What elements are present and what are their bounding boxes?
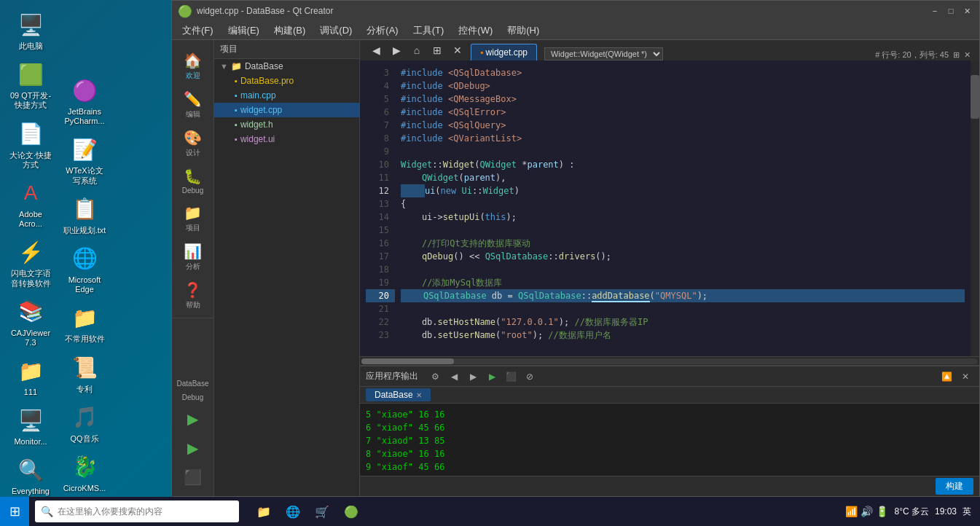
menu-analyze[interactable]: 分析(A) bbox=[359, 23, 405, 39]
output-settings-btn[interactable]: ⚙ bbox=[427, 369, 443, 385]
wtex-icon: 📝 bbox=[70, 135, 99, 164]
taskbar-app-qt[interactable]: 🟢 bbox=[338, 498, 364, 525]
stop-button[interactable]: ⬛ bbox=[176, 464, 211, 490]
taskbar-app-edge[interactable]: 🌐 bbox=[280, 498, 306, 525]
output-back-btn[interactable]: ◀ bbox=[446, 369, 462, 385]
desktop-icon-flash[interactable]: ⚡ 闪电文字语音转换软件 bbox=[6, 235, 55, 291]
output-clear-btn[interactable]: ⊘ bbox=[522, 369, 538, 385]
nav-home-btn[interactable]: ⌂ bbox=[408, 42, 426, 59]
tree-widget-cpp[interactable]: ▪ widget.cpp bbox=[214, 103, 359, 117]
computer-icon: 🖥️ bbox=[16, 10, 45, 39]
menu-debug[interactable]: 调试(D) bbox=[313, 23, 359, 39]
desktop-icon-wtex[interactable]: 📝 WTeX论文写系统 bbox=[60, 132, 109, 188]
menu-edit[interactable]: 编辑(E) bbox=[221, 23, 267, 39]
everything-icon: 🔍 bbox=[16, 455, 45, 484]
lt-edit-btn[interactable]: ✏️ 编辑 bbox=[176, 86, 211, 124]
desktop-icon-monitor[interactable]: 🖥️ Monitor... bbox=[6, 403, 55, 450]
tree-main-cpp[interactable]: ▪ main.cpp bbox=[214, 88, 359, 103]
lt-project-btn[interactable]: 📁 项目 bbox=[176, 200, 211, 238]
taskbar: ⊞ 🔍 📁 🌐 🛒 🟢 📶 🔊 🔋 8°C 多云 19:03 英 bbox=[0, 497, 980, 526]
code-line-13: { bbox=[401, 197, 965, 211]
ui-file-icon: ▪ bbox=[235, 135, 238, 144]
output-expand-btn[interactable]: 🔼 bbox=[938, 369, 954, 385]
desktop-icon-cajviewer[interactable]: 📚 CAJViewer 7.3 bbox=[6, 294, 55, 350]
desktop-icon-patent[interactable]: 📜 专利 bbox=[60, 350, 109, 397]
taskbar-apps: 📁 🌐 🛒 🟢 bbox=[251, 498, 364, 525]
nav-back-btn[interactable]: ◀ bbox=[367, 42, 385, 59]
lt-design-btn[interactable]: 🎨 设计 bbox=[176, 125, 211, 162]
nav-fwd-btn[interactable]: ▶ bbox=[388, 42, 405, 59]
output-title: 应用程序输出 bbox=[366, 370, 418, 382]
lt-welcome-btn[interactable]: 🏠 欢迎 bbox=[176, 47, 211, 85]
desktop-icon-jetbrains[interactable]: 🟣 JetBrains PyCharm... bbox=[60, 73, 109, 129]
desktop-icon-unused[interactable]: 📁 不常用软件 bbox=[60, 300, 109, 347]
desktop-icon-career[interactable]: 📋 职业规划.txt bbox=[60, 192, 109, 238]
taskbar-search-input[interactable] bbox=[58, 506, 233, 517]
help-sidebar-icon: ❓ bbox=[184, 281, 202, 299]
line-num-22: 22 bbox=[366, 315, 395, 329]
output-run-btn[interactable]: ▶ bbox=[484, 369, 500, 385]
tree-database-pro[interactable]: ▪ DataBase.pro bbox=[214, 74, 359, 88]
output-fwd-btn[interactable]: ▶ bbox=[465, 369, 481, 385]
vertical-scrollbar[interactable] bbox=[971, 60, 979, 356]
taskbar-lang[interactable]: 英 bbox=[963, 506, 971, 518]
output-database-tab[interactable]: DataBase ✕ bbox=[366, 388, 431, 401]
lt-analyze-btn[interactable]: 📊 分析 bbox=[176, 238, 211, 276]
menu-tools[interactable]: 工具(T) bbox=[406, 23, 452, 39]
maximize-button[interactable]: □ bbox=[944, 4, 957, 17]
build-button[interactable]: 构建 bbox=[936, 478, 973, 495]
file-tabbar: ◀ ▶ ⌂ ⊞ ✕ ▪ widget.cpp Widget::Widget(QW… bbox=[360, 40, 979, 60]
desktop-icon-111[interactable]: 📁 111 bbox=[6, 353, 55, 400]
line-num-3: 3 bbox=[366, 66, 395, 79]
desktop-icon-microkms[interactable]: 🐉 CicroKMS... bbox=[60, 450, 109, 496]
output-close-btn[interactable]: ✕ bbox=[957, 369, 973, 385]
desktop-icon-qqmusic[interactable]: 🎵 QQ音乐 bbox=[60, 400, 109, 447]
lt-help-btn[interactable]: ❓ 帮助 bbox=[176, 277, 211, 315]
code-line-15 bbox=[401, 224, 965, 237]
nav-close-btn[interactable]: ✕ bbox=[449, 42, 466, 59]
minimize-button[interactable]: − bbox=[928, 4, 941, 17]
tree-expand-icon: ▼ bbox=[220, 62, 228, 71]
code-line-4: #include <QDebug> bbox=[401, 79, 965, 93]
line-numbers: 3 4 5 6 7 8 9 10 11 12 13 14 15 bbox=[366, 60, 395, 356]
class-selector[interactable]: Widget::Widget(QWidget *) bbox=[544, 47, 663, 60]
close-output-tab[interactable]: ✕ bbox=[416, 391, 422, 399]
line-num-13: 13 bbox=[366, 197, 395, 211]
main-content: 🏠 欢迎 ✏️ 编辑 🎨 设计 🐛 Debug bbox=[172, 40, 979, 496]
desktop-icon-everything[interactable]: 🔍 Everything bbox=[6, 452, 55, 499]
output-stop-btn[interactable]: ⬛ bbox=[503, 369, 519, 385]
file-tab-widget-cpp[interactable]: ▪ widget.cpp bbox=[471, 44, 537, 60]
tree-widget-ui[interactable]: ▪ widget.ui bbox=[214, 132, 359, 146]
code-lines[interactable]: #include <QSqlDatabase> #include <QDebug… bbox=[395, 60, 971, 356]
nav-split-btn[interactable]: ⊞ bbox=[428, 42, 446, 59]
taskbar-app-store[interactable]: 🛒 bbox=[309, 498, 335, 525]
monitor-icon: 🖥️ bbox=[16, 406, 45, 435]
debug-run-button[interactable]: ▶ bbox=[176, 435, 211, 461]
taskbar-app-explorer[interactable]: 📁 bbox=[251, 498, 277, 525]
line-num-7: 7 bbox=[366, 119, 395, 132]
menu-help[interactable]: 帮助(H) bbox=[500, 23, 546, 39]
code-line-20: QSqlDatabase db = QSqlDatabase::addDatab… bbox=[401, 289, 965, 302]
desktop-icon-thesis[interactable]: 📄 大论文·快捷方式 bbox=[6, 117, 55, 173]
taskbar-right: 📶 🔊 🔋 8°C 多云 19:03 英 bbox=[845, 506, 980, 518]
close-button[interactable]: ✕ bbox=[960, 4, 973, 17]
code-editor[interactable]: 3 4 5 6 7 8 9 10 11 12 13 14 15 bbox=[360, 60, 979, 365]
menu-widgets[interactable]: 控件(W) bbox=[451, 23, 500, 39]
start-button[interactable]: ⊞ bbox=[0, 497, 29, 526]
close-tab-btn[interactable]: ✕ bbox=[964, 50, 971, 60]
menu-build[interactable]: 构建(B) bbox=[267, 23, 313, 39]
line-num-9: 9 bbox=[366, 145, 395, 158]
desktop-icon-adobe[interactable]: A Adobe Acro... bbox=[6, 176, 55, 232]
desktop-icon-qt[interactable]: 🟩 09 QT开发-快捷方式 bbox=[6, 57, 55, 113]
horizontal-scrollbar[interactable] bbox=[360, 356, 979, 365]
desktop-icon-computer[interactable]: 🖥️ 此电脑 bbox=[6, 7, 55, 54]
encoding-btn[interactable]: ⊞ bbox=[953, 50, 960, 60]
lt-debug-btn[interactable]: 🐛 Debug bbox=[176, 163, 211, 199]
menu-file[interactable]: 文件(F) bbox=[175, 23, 221, 39]
run-button[interactable]: ▶ bbox=[176, 406, 211, 432]
output-line-5: 5 "xiaoe" 16 16 bbox=[366, 408, 973, 421]
tree-database-root[interactable]: ▼ 📁 DataBase bbox=[214, 59, 359, 74]
code-line-22: db.setHostName("127.0.0.1"); //数据库服务器IP bbox=[401, 315, 965, 329]
tree-widget-h[interactable]: ▪ widget.h bbox=[214, 117, 359, 132]
desktop-icon-edge[interactable]: 🌐 Microsoft Edge bbox=[60, 241, 109, 297]
